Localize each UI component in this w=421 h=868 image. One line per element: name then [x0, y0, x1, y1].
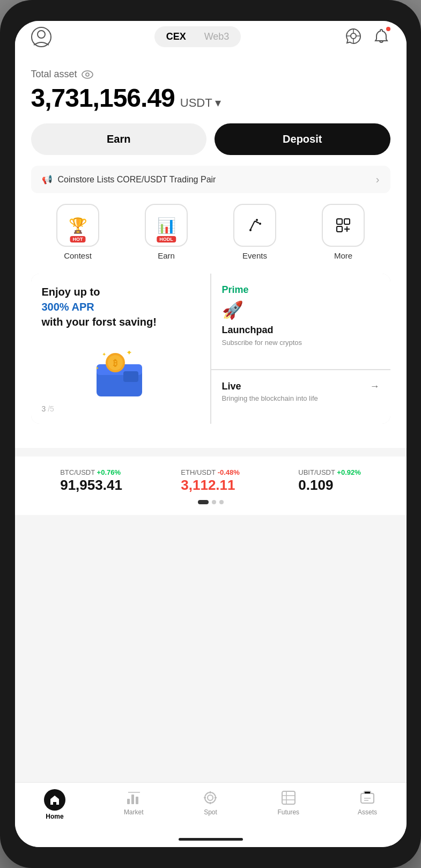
deposit-button[interactable]: Deposit — [215, 123, 390, 155]
menu-item-earn[interactable]: 📊 HODL Earn — [145, 204, 188, 260]
total-asset-label: Total asset — [31, 69, 390, 80]
svg-rect-12 — [337, 226, 342, 232]
events-label: Events — [242, 251, 267, 260]
dot-2 — [212, 500, 216, 504]
launchpad-icon: 🚀 — [222, 300, 380, 320]
wallet-svg: ₿ ✦ ✦ ✦ — [91, 351, 150, 399]
eth-price: 3,112.11 — [181, 477, 240, 494]
spot-icon — [202, 789, 219, 806]
price-ticker: BTC/USDT +0.76% 91,953.41 ETH/USDT -0.48… — [15, 457, 407, 515]
nav-assets[interactable]: Assets — [358, 789, 377, 820]
home-indicator — [15, 831, 407, 847]
market-nav-label: Market — [124, 808, 144, 816]
more-icon — [334, 216, 353, 235]
announcement-chevron: › — [376, 173, 380, 186]
svg-text:✦: ✦ — [95, 366, 99, 371]
phone-screen: CEX Web3 — [15, 21, 407, 847]
nav-home[interactable]: Home — [44, 789, 65, 820]
live-content: Live Bringing the blockchain into life — [222, 381, 318, 402]
more-label: More — [334, 251, 352, 260]
svg-point-29 — [208, 795, 213, 800]
svg-point-9 — [259, 223, 261, 225]
svg-rect-34 — [282, 791, 295, 804]
header: CEX Web3 — [15, 21, 407, 58]
bottom-spacer — [15, 515, 407, 526]
menu-item-events[interactable]: Events — [233, 204, 276, 260]
hodl-badge: HODL — [157, 236, 176, 242]
svg-line-6 — [255, 221, 259, 223]
spot-nav-label: Spot — [204, 808, 217, 816]
btc-pair: BTC/USDT — [60, 468, 97, 476]
svg-rect-10 — [337, 219, 342, 224]
ticker-ubit[interactable]: UBIT/USDT +0.92% 0.109 — [298, 467, 360, 494]
tab-cex[interactable]: CEX — [160, 29, 193, 45]
svg-rect-24 — [127, 799, 130, 804]
announcement-content: 📢 Coinstore Lists CORE/USDT Trading Pair — [42, 174, 216, 185]
ubit-change: +0.92% — [337, 468, 360, 476]
futures-icon — [280, 789, 297, 806]
svg-rect-11 — [344, 219, 350, 224]
live-card[interactable]: Live Bringing the blockchain into life → — [211, 370, 390, 424]
total-amount: 3,731,156.49 USDT ▾ — [31, 83, 390, 113]
savings-apr: 300% APR — [42, 299, 200, 314]
nav-market[interactable]: Market — [124, 789, 144, 820]
svg-point-1 — [38, 31, 45, 38]
savings-intro: Enjoy up to — [42, 284, 200, 299]
ticker-eth[interactable]: ETH/USDT -0.48% 3,112.11 — [181, 467, 240, 494]
ubit-pair-row: UBIT/USDT +0.92% — [298, 467, 360, 477]
live-title: Live — [222, 381, 318, 392]
section-gap — [15, 448, 407, 457]
profile-icon-container[interactable] — [31, 27, 51, 47]
asset-label-text: Total asset — [31, 69, 77, 80]
launchpad-card[interactable]: Prime 🚀 Launchpad Subscribe for new cryp… — [211, 274, 390, 369]
ubit-price: 0.109 — [298, 477, 360, 494]
nav-spot[interactable]: Spot — [202, 789, 219, 820]
savings-card[interactable]: Enjoy up to 300% APR with your forst sav… — [31, 274, 210, 424]
launchpad-subtitle: Subscribe for new cryptos — [222, 338, 380, 348]
events-icon-box — [233, 204, 276, 247]
scroll-content: Total asset 3,731,156.49 USDT ▾ Earn Dep… — [15, 58, 407, 782]
support-icon[interactable] — [344, 27, 363, 47]
asset-amount: 3,731,156.49 — [31, 83, 175, 113]
contest-icon-box: 🏆 HOT — [56, 204, 99, 247]
exchange-tab-group: CEX Web3 — [154, 26, 241, 47]
earn-button[interactable]: Earn — [31, 123, 207, 155]
btc-price: 91,953.41 — [60, 477, 122, 494]
svg-text:✦: ✦ — [126, 351, 132, 357]
btc-pair-row: BTC/USDT +0.76% — [60, 467, 122, 477]
cards-grid: Enjoy up to 300% APR with your forst sav… — [31, 274, 390, 424]
dot-1 — [198, 500, 209, 504]
svg-point-2 — [351, 33, 356, 39]
assets-nav-label: Assets — [358, 808, 377, 816]
phone-frame: CEX Web3 — [0, 0, 421, 868]
notification-icon[interactable] — [372, 27, 390, 47]
menu-item-more[interactable]: More — [322, 204, 365, 260]
ticker-btc[interactable]: BTC/USDT +0.76% 91,953.41 — [60, 467, 122, 494]
hot-badge: HOT — [70, 236, 86, 242]
svg-rect-17 — [123, 371, 138, 382]
menu-item-contest[interactable]: 🏆 HOT Contest — [56, 204, 99, 260]
live-arrow: → — [370, 381, 380, 392]
actions-row: Earn Deposit — [31, 123, 390, 155]
announcement-banner[interactable]: 📢 Coinstore Lists CORE/USDT Trading Pair… — [31, 166, 390, 193]
home-nav-label: Home — [46, 813, 63, 820]
svg-rect-25 — [131, 795, 134, 804]
tab-web3[interactable]: Web3 — [198, 29, 236, 45]
profile-icon — [31, 27, 51, 47]
launchpad-title: Launchpad — [222, 325, 380, 336]
svg-point-3 — [82, 71, 93, 78]
svg-rect-26 — [136, 797, 138, 804]
svg-text:₿: ₿ — [113, 358, 117, 367]
dot-3 — [219, 500, 224, 504]
megaphone-icon: 📢 — [42, 174, 53, 185]
svg-point-28 — [205, 792, 216, 803]
visibility-icon[interactable] — [82, 70, 93, 79]
svg-point-7 — [249, 229, 252, 231]
eth-change: -0.48% — [218, 468, 240, 476]
more-icon-box — [322, 204, 365, 247]
assets-icon — [359, 789, 376, 806]
nav-futures[interactable]: Futures — [277, 789, 299, 820]
announcement-text: Coinstore Lists CORE/USDT Trading Pair — [58, 175, 216, 185]
prime-label: Prime — [222, 284, 380, 296]
asset-currency[interactable]: USDT ▾ — [180, 96, 221, 110]
